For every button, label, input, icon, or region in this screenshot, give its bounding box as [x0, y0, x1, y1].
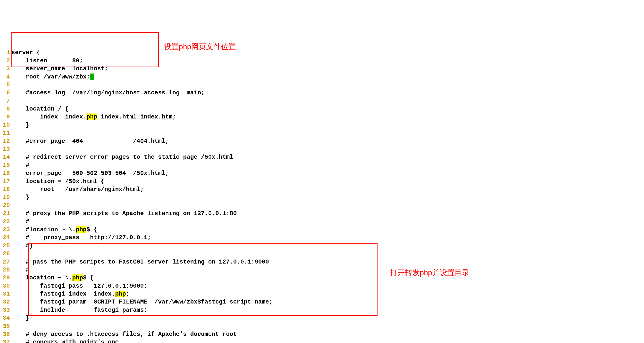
line-number: 21 [0, 210, 12, 218]
text-segment: fastcgi_pass 127.0.0.1:9000; [12, 283, 147, 289]
code-text[interactable]: #location ~ \.php$ { [12, 226, 97, 234]
text-segment: location / { [12, 106, 68, 112]
code-text[interactable]: fastcgi_pass 127.0.0.1:9000; [12, 282, 147, 290]
text-segment: $ { [86, 226, 97, 233]
code-text[interactable]: # proxy_pass http://127.0.0.1; [12, 234, 151, 242]
code-line[interactable]: 29 location ~ \.php$ { [0, 274, 644, 282]
code-line[interactable]: 9 index index.php index.html index.htm; [0, 113, 644, 121]
code-text[interactable]: fastcgi_param SCRIPT_FILENAME /var/www/z… [12, 298, 272, 306]
line-number: 1 [0, 49, 12, 57]
line-number: 12 [0, 137, 12, 145]
text-segment: # proxy_pass http://127.0.0.1; [12, 234, 151, 241]
text-segment: listen 80; [12, 57, 83, 64]
text-segment: error_page 500 502 503 504 /50x.html; [12, 170, 169, 176]
text-segment: $ { [83, 274, 94, 281]
text-segment: root /var/www/zbx; [12, 74, 90, 80]
code-line[interactable]: 16 error_page 500 502 503 504 /50x.html; [0, 170, 644, 177]
code-line[interactable]: 6 #access_log /var/log/nginx/host.access… [0, 89, 644, 97]
code-text[interactable]: # redirect server error pages to the sta… [12, 153, 233, 161]
code-line[interactable]: 34 } [0, 314, 644, 322]
code-text[interactable]: server_name localhost; [12, 65, 108, 73]
code-text[interactable]: # concurs with nginx's one [12, 338, 119, 343]
line-number: 37 [0, 338, 12, 343]
code-text[interactable]: fastcgi_index index.php; [12, 290, 130, 298]
line-number: 22 [0, 218, 12, 226]
code-text[interactable]: root /var/www/zbx; [12, 73, 94, 81]
code-lines[interactable]: 1server {2 listen 80;3 server_name local… [0, 49, 644, 343]
code-line[interactable]: 8 location / { [0, 105, 644, 113]
text-segment: server_name localhost; [12, 65, 108, 72]
code-line[interactable]: 26 [0, 250, 644, 258]
line-number: 14 [0, 153, 12, 161]
text-segment: } [12, 122, 29, 128]
line-number: 9 [0, 113, 12, 121]
code-line[interactable]: 25 #} [0, 242, 644, 250]
text-segment: #location ~ \. [12, 226, 76, 233]
code-text[interactable]: # proxy the PHP scripts to Apache listen… [12, 210, 237, 218]
line-number: 34 [0, 314, 12, 322]
code-line[interactable]: 5 [0, 81, 644, 89]
text-segment: # concurs with nginx's one [12, 339, 119, 343]
line-number: 23 [0, 226, 12, 234]
code-text[interactable]: include fastcgi_params; [12, 306, 147, 314]
code-text[interactable]: location = /50x.html { [12, 178, 104, 186]
code-text[interactable]: } [12, 194, 29, 202]
code-text[interactable]: } [12, 314, 29, 322]
code-line[interactable]: 33 include fastcgi_params; [0, 306, 644, 314]
code-text[interactable]: #} [12, 242, 33, 250]
code-line[interactable]: 21 # proxy the PHP scripts to Apache lis… [0, 210, 644, 218]
code-text[interactable]: # deny access to .htaccess files, if Apa… [12, 330, 237, 338]
code-line[interactable]: 15 # [0, 162, 644, 170]
code-text[interactable]: # pass the PHP scripts to FastCGI server… [12, 258, 269, 266]
text-segment: index index. [12, 114, 86, 120]
line-number: 28 [0, 266, 12, 274]
code-line[interactable]: 10 } [0, 121, 644, 129]
code-line[interactable]: 18 root /usr/share/nginx/html; [0, 186, 644, 194]
code-line[interactable]: 7 [0, 97, 644, 105]
code-line[interactable]: 19 } [0, 194, 644, 202]
code-text[interactable]: location / { [12, 105, 68, 113]
code-line[interactable]: 2 listen 80; [0, 57, 644, 65]
code-text[interactable]: server { [12, 49, 40, 57]
code-line[interactable]: 13 [0, 145, 644, 153]
code-line[interactable]: 17 location = /50x.html { [0, 178, 644, 186]
code-text[interactable]: error_page 500 502 503 504 /50x.html; [12, 170, 169, 177]
code-line[interactable]: 36 # deny access to .htaccess files, if … [0, 330, 644, 338]
code-line[interactable]: 22 # [0, 218, 644, 226]
code-text[interactable]: root /usr/share/nginx/html; [12, 186, 144, 194]
code-line[interactable]: 12 #error_page 404 /404.html; [0, 137, 644, 145]
code-line[interactable]: 1server { [0, 49, 644, 57]
text-segment: # proxy the PHP scripts to Apache listen… [12, 210, 237, 217]
code-line[interactable]: 27 # pass the PHP scripts to FastCGI ser… [0, 258, 644, 266]
code-text[interactable]: #error_page 404 /404.html; [12, 137, 169, 145]
code-text[interactable]: # [12, 266, 29, 274]
code-line[interactable]: 28 # [0, 266, 644, 274]
code-line[interactable]: 31 fastcgi_index index.php; [0, 290, 644, 298]
code-text[interactable]: # [12, 218, 29, 226]
code-line[interactable]: 23 #location ~ \.php$ { [0, 226, 644, 234]
code-text[interactable]: listen 80; [12, 57, 83, 65]
code-text[interactable]: index index.php index.html index.htm; [12, 113, 176, 121]
code-line[interactable]: 37 # concurs with nginx's one [0, 338, 644, 343]
code-line[interactable]: 24 # proxy_pass http://127.0.0.1; [0, 234, 644, 242]
code-text[interactable]: } [12, 121, 29, 129]
code-line[interactable]: 3 server_name localhost; [0, 65, 644, 73]
line-number: 3 [0, 65, 12, 73]
code-text[interactable]: #access_log /var/log/nginx/host.access.l… [12, 89, 205, 97]
code-line[interactable]: 4 root /var/www/zbx; [0, 73, 644, 81]
editor-viewport[interactable]: 1server {2 listen 80;3 server_name local… [0, 32, 644, 343]
text-segment: } [12, 315, 29, 322]
code-line[interactable]: 35 [0, 322, 644, 330]
text-segment: location = /50x.html { [12, 178, 104, 185]
line-number: 19 [0, 194, 12, 202]
code-line[interactable]: 30 fastcgi_pass 127.0.0.1:9000; [0, 282, 644, 290]
code-line[interactable]: 11 [0, 129, 644, 137]
code-line[interactable]: 14 # redirect server error pages to the … [0, 153, 644, 161]
text-segment: #} [12, 242, 33, 249]
code-line[interactable]: 32 fastcgi_param SCRIPT_FILENAME /var/ww… [0, 298, 644, 306]
code-text[interactable]: location ~ \.php$ { [12, 274, 94, 282]
line-number: 36 [0, 330, 12, 338]
code-text[interactable]: # [12, 162, 29, 170]
code-line[interactable]: 20 [0, 202, 644, 210]
text-segment: fastcgi_index index. [12, 290, 115, 297]
